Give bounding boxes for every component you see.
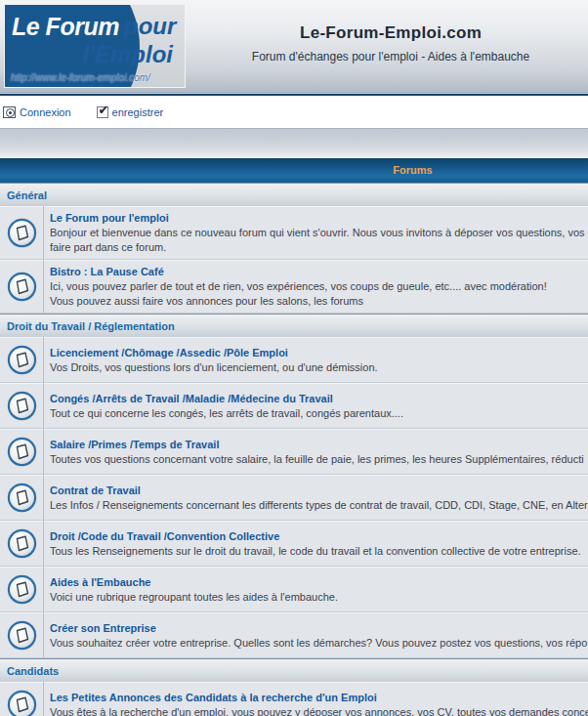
forum-text-cell: Contrat de TravailLes Infos / Renseignem…	[44, 475, 588, 520]
forum-link[interactable]: Le Forum pour l'emploi	[50, 210, 588, 226]
forum-icon-cell	[0, 612, 44, 657]
forum-link[interactable]: Contrat de Travail	[50, 483, 588, 498]
forum-description-line: Vous êtes à la recherche d'un emploi, vo…	[50, 705, 588, 716]
forum-icon-cell	[0, 475, 44, 520]
login-link[interactable]: Connexion	[3, 106, 71, 118]
register-link[interactable]: enregistrer	[97, 106, 164, 118]
section-header: Droit du Travail / Réglementation	[0, 314, 588, 337]
forum-description-line: faire part dans ce forum.	[50, 240, 588, 255]
forum-description-line: Les Infos / Renseignements concernant le…	[50, 498, 588, 513]
forum-page: Le-Forum-Emploi.com Forum d'échanges pou…	[0, 0, 588, 716]
forum-link[interactable]: Droit /Code du Travail /Convention Colle…	[50, 528, 588, 544]
logo-text-le-forum: Le Forum	[12, 13, 119, 41]
forum-row: Créer son EntrepriseVous souhaitez créer…	[0, 612, 588, 658]
forum-text-cell: Salaire /Primes /Temps de TravailToutes …	[44, 429, 588, 474]
logo-text-pour: pour	[124, 13, 176, 40]
forum-link[interactable]: Licenciement /Chômage /Assedic /Pôle Emp…	[50, 345, 588, 360]
forum-status-icon	[7, 620, 37, 651]
forum-link[interactable]: Aides à l'Embauche	[50, 574, 588, 590]
forum-link[interactable]: Salaire /Primes /Temps de Travail	[50, 437, 588, 452]
forum-description-line: Vous souhaitez créer votre entreprise. Q…	[50, 636, 588, 651]
forum-row: Congés /Arrêts de Travail /Maladie /Méde…	[0, 383, 588, 429]
forum-text-cell: Le Forum pour l'emploiBonjour et bienven…	[44, 206, 588, 259]
forum-description-line: Voici une rubrique regroupant toutes les…	[50, 590, 588, 605]
forum-description-line: Tout ce qui concerne les congés, les arr…	[50, 406, 588, 421]
forum-link[interactable]: Congés /Arrêts de Travail /Maladie /Méde…	[50, 391, 588, 406]
page-header: Le-Forum-Emploi.com Forum d'échanges pou…	[0, 0, 588, 93]
forum-table: GénéralLe Forum pour l'emploiBonjour et …	[0, 183, 588, 716]
forum-icon-cell	[0, 521, 44, 566]
forum-row: Droit /Code du Travail /Convention Colle…	[0, 521, 588, 567]
forum-icon-cell	[0, 383, 44, 428]
forum-status-icon	[7, 218, 37, 248]
forum-status-icon	[7, 272, 37, 302]
forum-link[interactable]: Les Petites Annonces des Candidats à la …	[50, 690, 588, 705]
forum-icon-cell	[0, 206, 44, 259]
forum-description-line: Tous les Renseignements sur le droit du …	[50, 544, 588, 559]
forum-icon-cell	[0, 337, 44, 382]
section-header: Général	[0, 183, 588, 206]
register-checkbox-icon	[97, 106, 108, 118]
forum-text-cell: Droit /Code du Travail /Convention Colle…	[44, 521, 588, 566]
forum-icon-cell	[0, 429, 44, 474]
forum-description-line: Toutes vos questions concernant votre sa…	[50, 452, 588, 467]
forum-description-line: Vous pouvez aussi faire vos annonces pou…	[50, 294, 588, 309]
forum-status-icon	[7, 345, 37, 375]
forum-row: Contrat de TravailLes Infos / Renseignem…	[0, 475, 588, 521]
logo-url: http://www.le-forum-emploi.com/	[11, 72, 150, 83]
forum-text-cell: Congés /Arrêts de Travail /Maladie /Méde…	[44, 383, 588, 428]
forum-row: Bistro : La Pause CaféIci, vous pouvez p…	[0, 260, 588, 314]
forum-text-cell: Créer son EntrepriseVous souhaitez créer…	[44, 612, 588, 657]
forums-column-header: Forums	[0, 158, 588, 183]
forum-status-icon	[7, 690, 37, 716]
forum-status-icon	[7, 437, 37, 467]
forum-row: Le Forum pour l'emploiBonjour et bienven…	[0, 206, 588, 260]
site-logo[interactable]: Le Forum pour l'Emploi http://www.le-for…	[4, 4, 186, 88]
forum-icon-cell	[0, 682, 44, 716]
forum-description-line: Ici, vous pouvez parler de tout et de ri…	[50, 279, 588, 294]
login-icon	[3, 106, 16, 118]
forum-icon-cell	[0, 260, 44, 313]
forum-row: Salaire /Primes /Temps de TravailToutes …	[0, 429, 588, 475]
logo-text-emploi: l'Emploi	[83, 41, 173, 68]
forum-status-icon	[7, 574, 37, 605]
forum-link[interactable]: Bistro : La Pause Café	[50, 264, 588, 279]
forum-status-icon	[7, 483, 37, 513]
forum-link[interactable]: Créer son Entreprise	[50, 620, 588, 636]
forum-text-cell: Licenciement /Chômage /Assedic /Pôle Emp…	[44, 337, 588, 382]
forum-description-line: Bonjour et bienvenue dans ce nouveau for…	[50, 226, 588, 240]
forum-text-cell: Les Petites Annonces des Candidats à la …	[44, 682, 588, 716]
section-header: Candidats	[0, 658, 588, 682]
spacer-bar	[0, 128, 588, 158]
forum-row: Licenciement /Chômage /Assedic /Pôle Emp…	[0, 337, 588, 383]
register-label: enregistrer	[112, 106, 164, 118]
forum-row: Les Petites Annonces des Candidats à la …	[0, 682, 588, 716]
forum-description-line: Vos Droits, vos questions lors d'un lice…	[50, 360, 588, 375]
forums-column-label: Forums	[44, 164, 588, 176]
forum-text-cell: Bistro : La Pause CaféIci, vous pouvez p…	[44, 260, 588, 313]
nav-strip: Connexion enregistrer	[0, 96, 588, 128]
forum-icon-cell	[0, 567, 44, 611]
forum-status-icon	[7, 528, 37, 559]
forum-text-cell: Aides à l'EmbaucheVoici une rubrique reg…	[44, 567, 588, 611]
forum-row: Aides à l'EmbaucheVoici une rubrique reg…	[0, 567, 588, 612]
forum-status-icon	[7, 391, 37, 421]
browser-viewport: Le-Forum-Emploi.com Forum d'échanges pou…	[0, 0, 588, 716]
login-label: Connexion	[20, 106, 71, 118]
